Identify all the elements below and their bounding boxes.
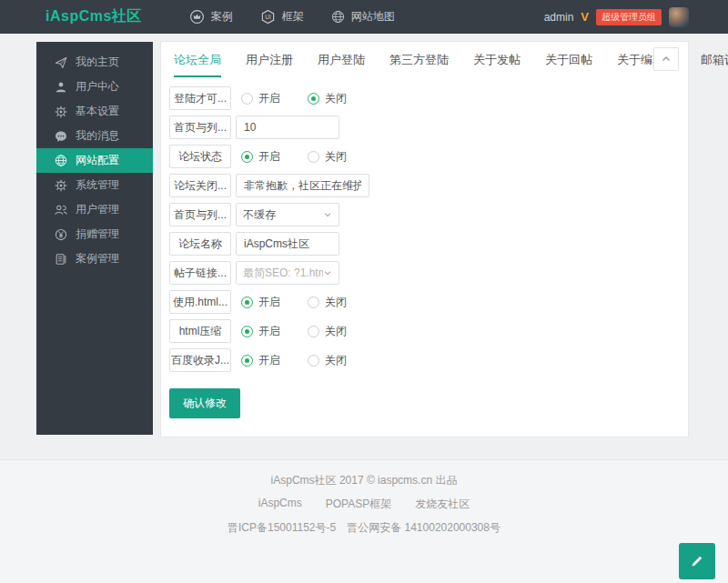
field-control (236, 232, 339, 256)
collapse-button[interactable] (653, 47, 679, 71)
tab-about-reply[interactable]: 关于回帖 (545, 52, 592, 77)
field-control: 开启关闭 (236, 324, 347, 339)
sidebar-item-site-config[interactable]: 网站配置 (36, 148, 153, 173)
username[interactable]: admin (544, 11, 574, 24)
edit-fab-button[interactable] (679, 543, 715, 579)
radio-option[interactable]: 关闭 (308, 91, 347, 106)
radio-circle[interactable] (308, 151, 319, 163)
sidebar-item-label: 我的主页 (76, 55, 119, 70)
text-input[interactable] (236, 232, 339, 256)
form-rows: 登陆才可...开启关闭首页与列...论坛状态开启关闭论坛关闭...首页与列...… (169, 86, 688, 372)
nav-item-sitemap[interactable]: 网站地图 (331, 9, 395, 25)
radio-option[interactable]: 开启 (241, 324, 280, 339)
select-value: 最简SEO: ?1.html (243, 266, 323, 281)
select-input[interactable]: 不缓存 (236, 203, 339, 226)
footer-link[interactable]: iAspCms (258, 497, 302, 512)
radio-option[interactable]: 开启 (241, 91, 280, 106)
chevron-down-icon (323, 210, 332, 219)
radio-label: 开启 (258, 324, 280, 339)
sidebar-item-home[interactable]: 我的主页 (36, 50, 153, 75)
radio-circle[interactable] (241, 326, 253, 337)
field-label: 论坛名称 (169, 232, 231, 256)
sidebar-item-label: 网站配置 (76, 153, 119, 168)
radio-option[interactable]: 关闭 (308, 353, 347, 368)
form-row: 使用.html...开启关闭 (169, 290, 688, 314)
text-input[interactable] (236, 174, 369, 197)
field-control (236, 174, 369, 197)
radio-option[interactable]: 开启 (241, 353, 280, 368)
tab-mail-settings[interactable]: 邮箱设置 (701, 52, 728, 77)
submit-button[interactable]: 确认修改 (169, 388, 240, 418)
sidebar-item-user-center[interactable]: 用户中心 (36, 75, 153, 99)
footer-link[interactable]: 发烧友社区 (415, 497, 470, 512)
chevron-down-icon (323, 268, 332, 277)
field-label: 论坛状态 (169, 145, 231, 168)
radio-label: 关闭 (325, 149, 347, 165)
nav-item-label: 框架 (282, 9, 304, 25)
radio-group: 开启关闭 (241, 149, 347, 165)
footer-copyright: iAspCms社区 2017 © iaspcms.cn 出品 (0, 460, 728, 488)
radio-circle[interactable] (308, 355, 319, 367)
footer-link[interactable]: POPASP框架 (326, 497, 391, 512)
page: iAspCms社区 案例UI框架网站地图 admin V 超级管理员组 我的主页… (0, 0, 728, 583)
role-badge: 超级管理员组 (596, 9, 662, 25)
radio-option[interactable]: 关闭 (308, 149, 347, 165)
field-control: 最简SEO: ?1.html (236, 261, 339, 285)
sidebar-menu: 我的主页用户中心基本设置我的消息网站配置系统管理用户管理捐赠管理案例管理 (36, 50, 153, 271)
field-control: 开启关闭 (236, 149, 347, 165)
tab-user-login[interactable]: 用户登陆 (318, 52, 365, 77)
radio-circle[interactable] (241, 93, 253, 105)
tab-third-party-login[interactable]: 第三方登陆 (389, 52, 449, 77)
tab-forum-global[interactable]: 论坛全局 (174, 52, 221, 77)
radio-option[interactable]: 开启 (241, 149, 280, 165)
chevron-up-icon (661, 54, 672, 65)
radio-label: 关闭 (325, 295, 347, 310)
sidebar-item-label: 系统管理 (76, 177, 119, 193)
field-control: 不缓存 (236, 203, 339, 226)
field-label: 帖子链接... (169, 261, 231, 285)
globe-icon (55, 154, 67, 167)
form-row: 登陆才可...开启关闭 (169, 86, 688, 110)
radio-label: 开启 (258, 353, 280, 368)
radio-circle[interactable] (241, 297, 253, 308)
form-row: 帖子链接...最简SEO: ?1.html (169, 261, 688, 285)
tab-user-register[interactable]: 用户注册 (246, 52, 293, 77)
sidebar-item-label: 捐赠管理 (76, 226, 119, 242)
nav-item-label: 网站地图 (351, 9, 395, 25)
sidebar-item-system-mgmt[interactable]: 系统管理 (36, 173, 153, 197)
sidebar-item-donation-mgmt[interactable]: 捐赠管理 (36, 222, 153, 246)
radio-option[interactable]: 开启 (241, 295, 280, 310)
top-navbar: iAspCms社区 案例UI框架网站地图 admin V 超级管理员组 (0, 0, 728, 34)
text-input[interactable] (236, 116, 339, 139)
gear-icon (55, 106, 67, 118)
radio-option[interactable]: 关闭 (308, 324, 347, 339)
globe-icon (331, 10, 345, 24)
field-label: 首页与列... (169, 203, 231, 226)
radio-label: 开启 (258, 295, 280, 310)
sidebar-item-messages[interactable]: 我的消息 (36, 124, 153, 148)
radio-circle[interactable] (241, 151, 253, 163)
sidebar: 我的主页用户中心基本设置我的消息网站配置系统管理用户管理捐赠管理案例管理 (36, 42, 153, 435)
app-logo[interactable]: iAspCms社区 (46, 7, 142, 26)
radio-label: 关闭 (325, 353, 347, 368)
nav-item-cases[interactable]: 案例 (189, 9, 233, 25)
radio-circle[interactable] (241, 355, 253, 367)
tab-about-post[interactable]: 关于发帖 (473, 52, 521, 77)
select-input[interactable]: 最简SEO: ?1.html (236, 261, 339, 285)
radio-circle[interactable] (308, 297, 319, 308)
radio-circle[interactable] (308, 93, 319, 105)
sidebar-item-case-mgmt[interactable]: 案例管理 (36, 246, 153, 271)
svg-text:UI: UI (265, 14, 271, 20)
radio-option[interactable]: 关闭 (308, 295, 347, 310)
field-control: 开启关闭 (236, 353, 347, 368)
radio-group: 开启关闭 (241, 295, 347, 310)
nav-item-label: 案例 (211, 9, 233, 25)
sidebar-item-basic-settings[interactable]: 基本设置 (36, 99, 153, 124)
nav-item-framework[interactable]: UI框架 (260, 9, 304, 25)
radio-circle[interactable] (308, 326, 319, 337)
field-label: 登陆才可... (169, 86, 231, 110)
avatar[interactable] (669, 7, 689, 27)
sidebar-item-user-mgmt[interactable]: 用户管理 (36, 197, 153, 222)
radio-label: 关闭 (325, 324, 347, 339)
sidebar-item-label: 基本设置 (76, 104, 119, 119)
